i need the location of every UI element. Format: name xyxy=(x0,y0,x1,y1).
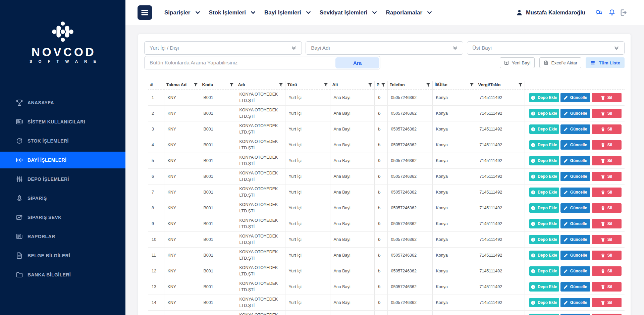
all-list-button[interactable]: Tüm Liste xyxy=(586,57,625,68)
row-button-label: Depo Ekle xyxy=(538,143,557,147)
sidebar-item-4[interactable]: BAYİ İŞLEMLERİ xyxy=(0,152,125,168)
bell-icon[interactable] xyxy=(608,8,616,17)
cell-actions: Depo EkleGüncelleSil xyxy=(525,263,625,279)
cell-il_ulke: Konya xyxy=(432,295,476,311)
row-sil-button[interactable]: Sil xyxy=(592,266,622,276)
row-g-ncelle-button[interactable]: Güncelle xyxy=(560,93,590,102)
sidebar-item-6[interactable]: SİPARİŞ xyxy=(0,190,125,207)
filter-select-3[interactable]: Üst Bayi xyxy=(467,41,625,55)
row-depo-ekle-button[interactable]: Depo Ekle xyxy=(529,266,559,276)
hamburger-menu-button[interactable] xyxy=(138,5,152,20)
filter-funnel-icon[interactable] xyxy=(426,83,430,87)
row-depo-ekle-button[interactable]: Depo Ekle xyxy=(529,219,559,228)
sidebar-item-5[interactable]: DEPO İŞLEMLERİ xyxy=(0,171,125,188)
row-g-ncelle-button[interactable]: Güncelle xyxy=(560,298,590,307)
row-g-ncelle-button[interactable]: Güncelle xyxy=(560,219,590,228)
row-sil-button[interactable]: Sil xyxy=(592,298,622,307)
row-sil-button[interactable]: Sil xyxy=(592,140,622,150)
row-sil-button[interactable]: Sil xyxy=(592,188,622,197)
filter-select-1[interactable]: Yurt İçi / Dışı xyxy=(144,41,302,55)
filter-funnel-icon[interactable] xyxy=(368,83,372,87)
top-menu-item-2[interactable]: Stok İşlemleri xyxy=(209,9,256,16)
user-menu[interactable]: Mustafa Kalemdaroğlu xyxy=(516,9,585,16)
row-sil-button[interactable]: Sil xyxy=(592,314,622,315)
top-menu-item-1[interactable]: Siparişler xyxy=(164,9,201,16)
row-g-ncelle-button[interactable]: Güncelle xyxy=(560,156,590,165)
row-g-ncelle-button[interactable]: Güncelle xyxy=(560,203,590,213)
filter-funnel-icon[interactable] xyxy=(470,83,474,87)
row-button-label: Güncelle xyxy=(570,111,587,116)
row-g-ncelle-button[interactable]: Güncelle xyxy=(560,172,590,181)
row-sil-button[interactable]: Sil xyxy=(592,235,622,244)
sidebar-item-7[interactable]: SİPARİŞ SEVK xyxy=(0,209,125,226)
filter-funnel-icon[interactable] xyxy=(518,83,523,87)
trash-icon xyxy=(601,127,605,132)
export-excel-button[interactable]: Excel'e Aktar xyxy=(539,57,582,68)
row-g-ncelle-button[interactable]: Güncelle xyxy=(560,251,590,260)
filter-funnel-icon[interactable] xyxy=(324,83,328,87)
row-depo-ekle-button[interactable]: Depo Ekle xyxy=(529,140,559,150)
row-g-ncelle-button[interactable]: Güncelle xyxy=(560,282,590,292)
row-depo-ekle-button[interactable]: Depo Ekle xyxy=(529,188,559,197)
row-sil-button[interactable]: Sil xyxy=(592,219,622,228)
filter-funnel-icon[interactable] xyxy=(381,83,385,87)
sidebar-item-10[interactable]: BANKA BİLGİLERİ xyxy=(0,266,125,283)
row-button-label: Depo Ekle xyxy=(538,127,557,132)
pencil-icon xyxy=(564,143,568,147)
sidebar-menu: ANASAYFASİSTEM KULLANICILARISTOK İŞLEMLE… xyxy=(0,94,125,283)
cell-kodu: B001 xyxy=(200,153,236,169)
chevron-down-icon xyxy=(427,10,432,15)
row-g-ncelle-button[interactable]: Güncelle xyxy=(560,266,590,276)
row-g-ncelle-button[interactable]: Güncelle xyxy=(560,235,590,244)
top-menu-item-4[interactable]: Sevkiyat İşlemleri xyxy=(320,9,378,16)
cell-alt: Ana Bayi xyxy=(330,169,374,185)
row-depo-ekle-button[interactable]: Depo Ekle xyxy=(529,156,559,165)
row-g-ncelle-button[interactable]: Güncelle xyxy=(560,140,590,150)
cell-il_ulke: Konya xyxy=(432,137,476,153)
row-depo-ekle-button[interactable]: Depo Ekle xyxy=(529,203,559,213)
sidebar-item-9[interactable]: BELGE BİLGİLERİ xyxy=(0,247,125,264)
row-depo-ekle-button[interactable]: Depo Ekle xyxy=(529,109,559,118)
row-sil-button[interactable]: Sil xyxy=(592,93,622,102)
cell-no: 11 xyxy=(148,248,164,263)
row-sil-button[interactable]: Sil xyxy=(592,156,622,165)
row-depo-ekle-button[interactable]: Depo Ekle xyxy=(529,251,559,260)
row-g-ncelle-button[interactable]: Güncelle xyxy=(560,188,590,197)
filter-select-2[interactable]: Bayi Adı xyxy=(306,41,463,55)
cell-adi: KONYA OTOYEDEK LTD.ŞTİ xyxy=(236,90,285,106)
trash-icon xyxy=(601,174,605,179)
row-sil-button[interactable]: Sil xyxy=(592,172,622,181)
new-bayi-button[interactable]: Yeni Bayi xyxy=(500,57,535,68)
row-sil-button[interactable]: Sil xyxy=(592,124,622,134)
row-g-ncelle-button[interactable]: Güncelle xyxy=(560,314,590,315)
top-menu-item-3[interactable]: Bayi İşlemleri xyxy=(264,9,311,16)
chat-icon[interactable] xyxy=(595,8,603,17)
cell-no: 12 xyxy=(148,263,164,279)
row-sil-button[interactable]: Sil xyxy=(592,282,622,292)
row-depo-ekle-button[interactable]: Depo Ekle xyxy=(529,93,559,102)
row-depo-ekle-button[interactable]: Depo Ekle xyxy=(529,124,559,134)
cell-actions: Depo EkleGüncelleSil xyxy=(525,153,625,169)
row-depo-ekle-button[interactable]: Depo Ekle xyxy=(529,235,559,244)
filter-funnel-icon[interactable] xyxy=(194,83,198,87)
row-depo-ekle-button[interactable]: Depo Ekle xyxy=(529,282,559,292)
sidebar-item-8[interactable]: RAPORLAR xyxy=(0,228,125,245)
row-g-ncelle-button[interactable]: Güncelle xyxy=(560,109,590,118)
row-g-ncelle-button[interactable]: Güncelle xyxy=(560,124,590,134)
filter-funnel-icon[interactable] xyxy=(229,83,234,87)
top-menu-item-5[interactable]: Raporlamalar xyxy=(386,9,432,16)
cell-il_ulke: Konya xyxy=(432,106,476,121)
logout-icon[interactable] xyxy=(619,8,628,17)
row-sil-button[interactable]: Sil xyxy=(592,251,622,260)
row-depo-ekle-button[interactable]: Depo Ekle xyxy=(529,298,559,307)
info-icon xyxy=(531,269,535,273)
row-sil-button[interactable]: Sil xyxy=(592,109,622,118)
row-depo-ekle-button[interactable]: Depo Ekle xyxy=(529,314,559,315)
search-button[interactable]: Ara xyxy=(335,57,379,68)
row-depo-ekle-button[interactable]: Depo Ekle xyxy=(529,172,559,181)
sidebar-item-3[interactable]: STOK İŞLEMLERİ xyxy=(0,133,125,149)
sidebar-item-2[interactable]: SİSTEM KULLANICILARI xyxy=(0,113,125,130)
sidebar-item-1[interactable]: ANASAYFA xyxy=(0,94,125,111)
filter-funnel-icon[interactable] xyxy=(279,83,283,87)
row-sil-button[interactable]: Sil xyxy=(592,203,622,213)
